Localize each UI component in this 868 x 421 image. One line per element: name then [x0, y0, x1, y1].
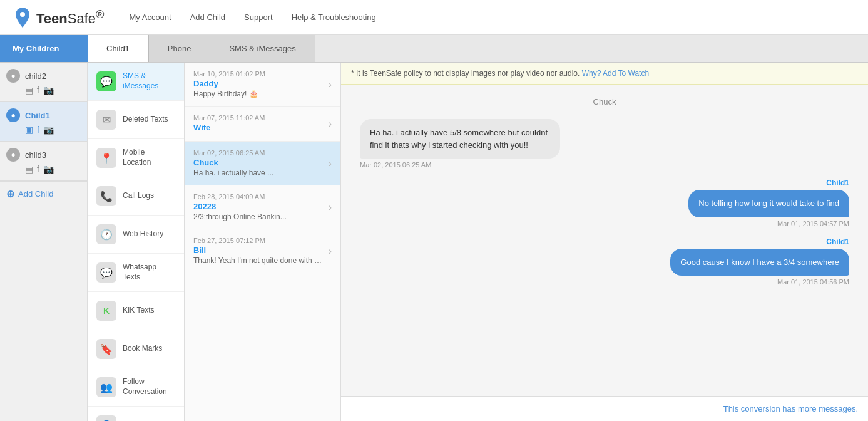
- tab-my-children[interactable]: My Children: [0, 35, 88, 62]
- add-child-label: Add Child: [18, 189, 53, 199]
- msg-date-2: Mar 02, 2015 06:25 AM: [193, 149, 324, 157]
- message-item-2[interactable]: Mar 02, 2015 06:25 AM Chuck Ha ha. i act…: [185, 142, 340, 185]
- child2-icons: ▤ f 📷: [6, 85, 81, 95]
- location-icon: 📍: [96, 148, 116, 168]
- menu-item-bookmarks[interactable]: 🔖 Book Marks: [88, 330, 184, 368]
- bubble-child1-1: Child1 No telling how long it would take…: [360, 179, 849, 227]
- menu-item-calls[interactable]: 📞 Call Logs: [88, 177, 184, 216]
- msg-sender-4: Bill: [193, 246, 324, 255]
- nav-help[interactable]: Help & Troubleshooting: [292, 13, 376, 22]
- tab-phone[interactable]: Phone: [149, 35, 211, 62]
- nav-my-account[interactable]: My Account: [130, 13, 171, 22]
- chevron-icon-2: ›: [329, 158, 332, 169]
- chuck-label: Chuck: [593, 97, 616, 107]
- facebook-icon: f: [37, 85, 39, 95]
- logo-icon: [13, 6, 33, 29]
- bubble-time-2: Mar 01, 2015 04:56 PM: [777, 278, 849, 286]
- message-item-4[interactable]: Feb 27, 2015 07:12 PM Bill Thank! Yeah I…: [185, 229, 340, 273]
- calls-icon: 📞: [96, 186, 116, 206]
- facebook-icon: f: [37, 125, 39, 135]
- msg-content-0: Mar 10, 2015 01:02 PM Daddy Happy Birthd…: [193, 70, 324, 98]
- message-item-1[interactable]: Mar 07, 2015 11:02 AM Wife ›: [185, 107, 340, 142]
- chevron-icon-4: ›: [329, 246, 332, 257]
- msg-sender-1: Wife: [193, 123, 324, 132]
- child2-name: child2: [25, 71, 46, 81]
- more-messages-text: This conversion has more messages.: [723, 404, 858, 413]
- nav-add-child[interactable]: Add Child: [190, 13, 225, 22]
- bookmarks-icon: 🔖: [96, 339, 116, 359]
- msg-content-4: Feb 27, 2015 07:12 PM Bill Thank! Yeah I…: [193, 237, 324, 265]
- sidebar-item-child2[interactable]: ● child2 ▤ f 📷: [0, 63, 87, 102]
- menu-web-label: Web History: [123, 229, 163, 239]
- msg-date-0: Mar 10, 2015 01:02 PM: [193, 70, 324, 78]
- sidebar-item-child3[interactable]: ● child3 ▤ f 📷: [0, 142, 87, 181]
- camera-icon: 📷: [43, 85, 54, 95]
- contact-icon: 👤: [96, 415, 116, 421]
- sms-icon: 💬: [96, 71, 116, 91]
- svg-point-0: [20, 12, 25, 17]
- phone-icon: ▤: [25, 85, 33, 95]
- msg-sender-0: Daddy: [193, 79, 324, 88]
- menu-location-label: Mobile Location: [123, 148, 175, 167]
- whatsapp-icon: 💬: [96, 262, 116, 283]
- menu-deleted-label: Deleted Texts: [123, 115, 168, 125]
- tab-sms[interactable]: SMS & iMessages: [210, 35, 315, 62]
- top-nav-links: My Account Add Child Support Help & Trou…: [130, 13, 376, 22]
- msg-sender-2: Chuck: [193, 158, 324, 167]
- tabs-row: My Children Child1 Phone SMS & iMessages: [0, 35, 868, 63]
- sidebar-item-child1[interactable]: ● Child1 ▣ f 📷: [0, 102, 87, 142]
- msg-date-1: Mar 07, 2015 11:02 AM: [193, 114, 324, 122]
- bubble-child1-2: Child1 Good cause I know I have a 3/4 so…: [360, 237, 849, 286]
- nav-support[interactable]: Support: [244, 13, 273, 22]
- kik-icon: K: [96, 301, 116, 321]
- menu-sms-label: SMS & iMessages: [123, 71, 175, 91]
- msg-preview-2: Ha ha. i actually have ...: [193, 169, 324, 177]
- why-link[interactable]: Why?: [582, 69, 601, 78]
- menu-item-kik[interactable]: K KIK Texts: [88, 292, 184, 330]
- web-icon: 🕐: [96, 224, 116, 244]
- follow-icon: 👥: [96, 377, 116, 397]
- add-child-button[interactable]: ⊕ Add Child: [0, 181, 87, 206]
- message-item-0[interactable]: Mar 10, 2015 01:02 PM Daddy Happy Birthd…: [185, 63, 340, 107]
- chevron-icon-0: ›: [329, 79, 332, 90]
- avatar-child1: ●: [6, 108, 20, 122]
- msg-preview-3: 2/3:through Online Bankin...: [193, 212, 324, 221]
- avatar-child2: ●: [6, 69, 20, 83]
- phone-icon: ▤: [25, 164, 33, 174]
- msg-preview-0: Happy Birthday! 🎂: [193, 90, 324, 98]
- notice-text: * It is TeenSafe policy to not display i…: [351, 69, 580, 78]
- msg-preview-4: Thank! Yeah I'm not quite done with this…: [193, 256, 324, 265]
- message-item-3[interactable]: Feb 28, 2015 04:09 AM 20228 2/3:through …: [185, 185, 340, 229]
- logo: TeenSafe®: [13, 6, 105, 29]
- bubble-time-1: Mar 01, 2015 04:57 PM: [777, 220, 849, 227]
- menu-item-follow[interactable]: 👥 Follow Conversation: [88, 368, 184, 407]
- msg-sender-3: 20228: [193, 202, 324, 211]
- tab-child1[interactable]: Child1: [88, 35, 149, 62]
- msg-content-2: Mar 02, 2015 06:25 AM Chuck Ha ha. i act…: [193, 149, 324, 177]
- camera-icon: 📷: [43, 164, 54, 174]
- menu-calls-label: Call Logs: [123, 191, 154, 201]
- bubble-text-2: Good cause I know I have a 3/4 somewhere: [670, 249, 849, 276]
- menu-item-deleted[interactable]: ✉ Deleted Texts: [88, 101, 184, 139]
- menu-item-sms[interactable]: 💬 SMS & iMessages: [88, 63, 184, 101]
- menu-item-contact[interactable]: 👤 Contact List: [88, 407, 184, 421]
- facebook-icon: f: [37, 164, 39, 174]
- sender-label-1: Child1: [826, 179, 849, 187]
- menu-kik-label: KIK Texts: [123, 306, 154, 316]
- msg-date-3: Feb 28, 2015 04:09 AM: [193, 193, 324, 200]
- avatar-child3: ●: [6, 148, 20, 162]
- bubble-chuck: Ha ha. i actually have 5/8 somewhere but…: [360, 119, 849, 169]
- menu-item-location[interactable]: 📍 Mobile Location: [88, 139, 184, 177]
- add-to-watch-link[interactable]: Add To Watch: [603, 69, 649, 78]
- bubble-time-chuck: Mar 02, 2015 06:25 AM: [360, 161, 431, 169]
- menu-item-web[interactable]: 🕐 Web History: [88, 216, 184, 254]
- messages-list: Mar 10, 2015 01:02 PM Daddy Happy Birthd…: [185, 63, 341, 421]
- top-nav: TeenSafe® My Account Add Child Support H…: [0, 0, 868, 35]
- menu-follow-label: Follow Conversation: [123, 377, 175, 397]
- chat-notice: * It is TeenSafe policy to not display i…: [341, 63, 868, 85]
- menu-whatsapp-label: Whatsapp Texts: [123, 262, 175, 282]
- menu-item-whatsapp[interactable]: 💬 Whatsapp Texts: [88, 254, 184, 292]
- msg-content-1: Mar 07, 2015 11:02 AM Wife: [193, 114, 324, 133]
- apps-icon: ▣: [25, 125, 33, 135]
- deleted-icon: ✉: [96, 110, 116, 130]
